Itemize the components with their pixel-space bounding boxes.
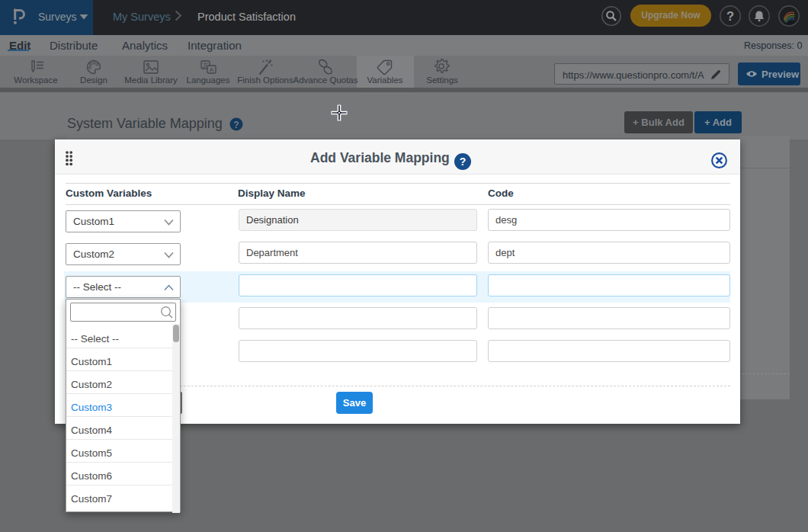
svg-text:?: ? xyxy=(233,120,239,130)
svg-text:A: A xyxy=(210,66,214,73)
svg-text:?: ? xyxy=(726,9,734,23)
svg-text:?: ? xyxy=(460,155,467,168)
